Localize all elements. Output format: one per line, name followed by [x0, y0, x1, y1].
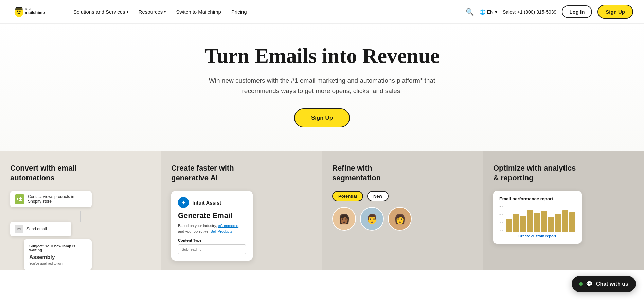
svg-text:mailchimp: mailchimp [25, 10, 45, 15]
login-button[interactable]: Log In [562, 5, 592, 18]
avatar-2: 👨 [360, 207, 384, 231]
chevron-down-icon: ▾ [495, 9, 497, 15]
hero-title: Turn Emails into Revenue [204, 44, 440, 67]
svg-rect-4 [16, 7, 22, 8]
email-preview-card: Subject: Your new lamp is waiting Assemb… [24, 239, 92, 270]
bar-7 [548, 217, 554, 232]
analytics-report-card: Email performance report 50k 40k 30k 20k [493, 191, 582, 244]
search-icon[interactable]: 🔍 [466, 8, 474, 16]
avatar-3: 👩 [388, 207, 412, 231]
bar-6 [541, 211, 547, 232]
feature-ai-title: Create faster with generative AI [171, 163, 260, 183]
send-email-card: ✉ Send email [10, 222, 71, 236]
nav-pricing[interactable]: Pricing [227, 6, 251, 17]
hero-section: Turn Emails into Revenue Win new custome… [0, 24, 644, 151]
svg-point-3 [19, 10, 21, 12]
assist-header: ✦ Intuit Assist [178, 197, 246, 208]
bar-2 [513, 214, 519, 232]
segment-avatars: 👩🏾 👨 👩 [332, 207, 473, 231]
nav-links: Solutions and Services ▾ Resources ▾ Swi… [69, 6, 466, 17]
segment-badges: Potential New [332, 191, 473, 201]
bar-8 [555, 214, 561, 232]
bar-4 [527, 210, 533, 232]
globe-icon: 🌐 [480, 9, 485, 15]
svg-text:INTUIT: INTUIT [25, 7, 32, 10]
hero-subtitle: Win new customers with the #1 email mark… [207, 75, 437, 96]
bar-3 [520, 216, 526, 232]
bar-10 [569, 212, 575, 232]
nav-right: 🔍 🌐 EN ▾ Sales: +1 (800) 315-5939 Log In… [466, 5, 633, 19]
avatar-1: 👩🏾 [332, 207, 356, 231]
new-badge: New [367, 191, 389, 201]
feature-analytics: Optimize with analytics & reporting Emai… [483, 151, 644, 270]
chevron-down-icon: ▾ [164, 10, 166, 14]
navigation: INTUIT mailchimp Solutions and Services … [0, 0, 644, 24]
bar-9 [562, 210, 569, 232]
feature-generative-ai: Create faster with generative AI ✦ Intui… [161, 151, 322, 270]
email-icon: ✉ [15, 225, 23, 233]
feature-analytics-title: Optimize with analytics & reporting [493, 163, 582, 183]
shopify-trigger-card: 🛍 Contact views products in Shopify stor… [10, 191, 92, 207]
bar-5 [534, 213, 540, 232]
feature-automations: Convert with email automations 🛍 Contact… [0, 151, 161, 270]
bar-chart: 50k 40k 30k 20k [499, 205, 575, 232]
y-axis: 50k 40k 30k 20k [499, 205, 504, 232]
feature-automations-title: Convert with email automations [10, 163, 99, 183]
shopify-icon: 🛍 [15, 194, 24, 204]
nav-switch[interactable]: Switch to Mailchimp [172, 6, 225, 17]
nav-solutions[interactable]: Solutions and Services ▾ [69, 6, 132, 17]
language-selector[interactable]: 🌐 EN ▾ [480, 9, 497, 15]
content-type-input[interactable] [178, 244, 246, 254]
nav-resources[interactable]: Resources ▾ [135, 6, 170, 17]
signup-button-nav[interactable]: Sign Up [597, 5, 633, 19]
ai-description: Based on your industry, eCommerce, and y… [178, 223, 246, 234]
intuit-assist-icon: ✦ [178, 197, 189, 208]
logo[interactable]: INTUIT mailchimp [11, 5, 58, 19]
bar-1 [506, 219, 512, 232]
potential-badge: Potential [332, 191, 363, 201]
connector-line [80, 211, 81, 222]
signup-button-hero[interactable]: Sign Up [294, 108, 350, 127]
svg-rect-5 [15, 8, 22, 9]
svg-point-2 [17, 10, 18, 12]
feature-seg-title: Refine with segmentation [332, 163, 421, 183]
chevron-down-icon: ▾ [127, 10, 128, 14]
feature-segmentation: Refine with segmentation Potential New 👩… [322, 151, 483, 270]
intuit-assist-card: ✦ Intuit Assist Generate Email Based on … [171, 191, 253, 261]
features-section: Convert with email automations 🛍 Contact… [0, 151, 644, 270]
phone-number: Sales: +1 (800) 315-5939 [503, 9, 556, 15]
